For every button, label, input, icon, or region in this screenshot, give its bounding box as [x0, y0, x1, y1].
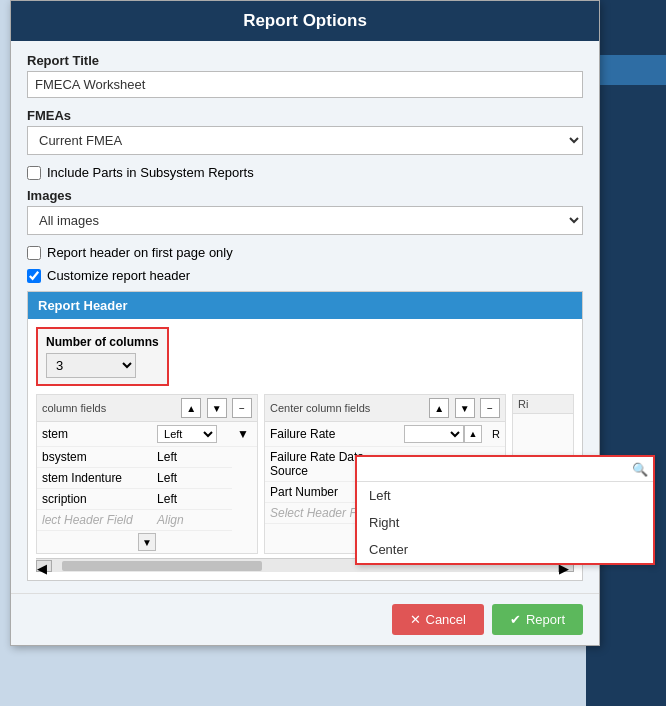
cancel-button[interactable]: ✕ Cancel: [392, 604, 484, 635]
center-right-abbr: R: [487, 422, 505, 447]
table-row: scription Left: [37, 489, 257, 510]
report-header-first-page-label: Report header on first page only: [47, 245, 233, 260]
center-align-select-1[interactable]: [404, 425, 464, 443]
report-icon: ✔: [510, 612, 521, 627]
center-field-1: Failure Rate: [265, 422, 399, 447]
center-col-controls: ▲ ▼ −: [427, 398, 500, 418]
dialog-title: Report Options: [11, 1, 599, 41]
report-header-first-page-row: Report header on first page only: [27, 245, 583, 260]
left-align-1: LeftRightCenter: [152, 422, 232, 447]
left-col-minus-btn[interactable]: −: [232, 398, 252, 418]
images-select[interactable]: All images: [27, 206, 583, 235]
left-align-4: Left: [152, 489, 232, 510]
search-icon: 🔍: [632, 462, 648, 477]
dropdown-item-right[interactable]: Right: [357, 509, 653, 536]
right-col-panel-header: Ri: [513, 395, 573, 414]
table-row: lect Header Field Align: [37, 510, 257, 531]
left-align-2: Left: [152, 447, 232, 468]
left-col-panel-header: column fields ▲ ▼ −: [37, 395, 257, 422]
images-label: Images: [27, 188, 583, 203]
left-arrow-1: ▼: [232, 422, 257, 447]
left-placeholder-align: Align: [152, 510, 232, 531]
left-col-scroll[interactable]: stem LeftRightCenter ▼: [37, 422, 257, 531]
dropdown-item-left[interactable]: Left: [357, 482, 653, 509]
dialog-title-text: Report Options: [243, 11, 367, 30]
left-col-up-btn[interactable]: ▲: [181, 398, 201, 418]
report-header-first-page-checkbox[interactable]: [27, 246, 41, 260]
include-parts-row: Include Parts in Subsystem Reports: [27, 165, 583, 180]
left-field-2: bsystem: [37, 447, 152, 468]
center-col-title: Center column fields: [270, 402, 370, 414]
dialog-footer: ✕ Cancel ✔ Report: [11, 593, 599, 645]
left-col-scroll-arrow: ▼: [37, 531, 257, 553]
cancel-icon: ✕: [410, 612, 421, 627]
fmeas-label: FMEAs: [27, 108, 583, 123]
left-col-down-btn[interactable]: ▼: [207, 398, 227, 418]
num-columns-select[interactable]: 3 1 2 4 5: [46, 353, 136, 378]
table-row: Failure Rate ▲ R: [265, 422, 505, 447]
center-dropdown-btn-1[interactable]: ▲: [464, 425, 482, 443]
left-col-controls: ▲ ▼ −: [179, 398, 252, 418]
report-title-input[interactable]: [27, 71, 583, 98]
center-col-panel-header: Center column fields ▲ ▼ −: [265, 395, 505, 422]
table-row: stem Indenture Left: [37, 468, 257, 489]
num-columns-label: Number of columns: [46, 335, 159, 349]
dropdown-search-input[interactable]: [362, 460, 632, 478]
table-row: stem LeftRightCenter ▼: [37, 422, 257, 447]
customize-report-header-checkbox[interactable]: [27, 269, 41, 283]
center-col-up-btn[interactable]: ▲: [429, 398, 449, 418]
left-col-title: column fields: [42, 402, 106, 414]
customize-report-header-label: Customize report header: [47, 268, 190, 283]
center-col-down-btn[interactable]: ▼: [455, 398, 475, 418]
left-col-table: stem LeftRightCenter ▼: [37, 422, 257, 531]
left-col-panel: column fields ▲ ▼ − stem: [36, 394, 258, 554]
report-header-section-title: Report Header: [28, 292, 582, 319]
left-placeholder: lect Header Field: [37, 510, 152, 531]
num-columns-box: Number of columns 3 1 2 4 5: [36, 327, 169, 386]
report-label: Report: [526, 612, 565, 627]
dropdown-search-row: 🔍: [357, 457, 653, 482]
dropdown-item-center[interactable]: Center: [357, 536, 653, 563]
include-parts-label: Include Parts in Subsystem Reports: [47, 165, 254, 180]
right-col-scroll: [513, 414, 573, 429]
fmeas-select[interactable]: Current FMEA: [27, 126, 583, 155]
fmeas-group: FMEAs Current FMEA: [27, 108, 583, 155]
left-field-4: scription: [37, 489, 152, 510]
scroll-thumb[interactable]: [62, 561, 262, 571]
report-button[interactable]: ✔ Report: [492, 604, 583, 635]
right-col-title: Ri: [518, 398, 528, 410]
images-group: Images All images: [27, 188, 583, 235]
cancel-label: Cancel: [426, 612, 466, 627]
include-parts-checkbox[interactable]: [27, 166, 41, 180]
left-align-3: Left: [152, 468, 232, 489]
center-dropdown-1[interactable]: ▲: [399, 422, 487, 447]
left-field-3: stem Indenture: [37, 468, 152, 489]
customize-report-header-row: Customize report header: [27, 268, 583, 283]
align-dropdown-overlay: 🔍 Left Right Center: [355, 455, 655, 565]
report-title-label: Report Title: [27, 53, 583, 68]
table-row: bsystem Left: [37, 447, 257, 468]
left-field-1: stem: [37, 422, 152, 447]
left-align-select-1[interactable]: LeftRightCenter: [157, 425, 217, 443]
report-title-group: Report Title: [27, 53, 583, 98]
center-col-minus-btn[interactable]: −: [480, 398, 500, 418]
scroll-left-btn[interactable]: ◀: [36, 560, 52, 572]
